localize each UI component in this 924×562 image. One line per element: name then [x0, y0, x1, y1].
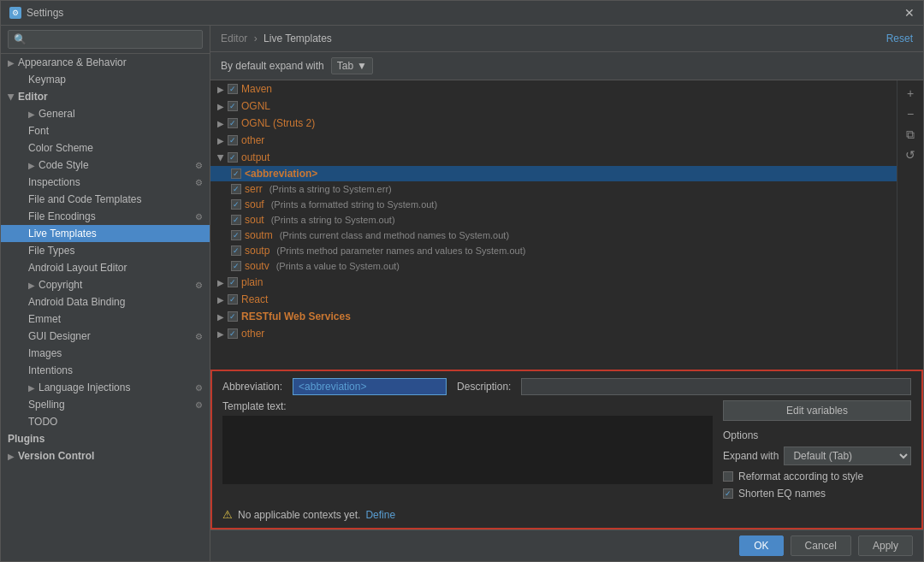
group-checkbox[interactable] [228, 101, 238, 111]
sidebar-item-code-style[interactable]: ▶ Code Style ⚙ [1, 157, 210, 174]
sidebar-item-label: Emmet [28, 313, 61, 325]
sidebar-item-label: Color Scheme [28, 142, 93, 154]
sidebar-item-appearance[interactable]: ▶ Appearance & Behavior [1, 54, 210, 71]
define-link[interactable]: Define [365, 509, 395, 521]
template-item-sout[interactable]: sout (Prints a string to System.out) [210, 212, 897, 228]
template-item-soutm[interactable]: soutm (Prints current class and method n… [210, 228, 897, 243]
settings-icon: ⚙ [195, 332, 203, 341]
sidebar-item-lang-injections[interactable]: ▶ Language Injections ⚙ [1, 379, 210, 396]
group-checkbox[interactable] [228, 277, 238, 287]
group-other[interactable]: ▶ other [210, 132, 897, 149]
item-checkbox[interactable] [231, 230, 241, 240]
expand-with-label: Expand with [723, 450, 779, 462]
group-checkbox[interactable] [228, 294, 238, 305]
sidebar-item-label: Code Style [38, 159, 89, 171]
template-item-abbreviation[interactable]: <abbreviation> [210, 166, 897, 181]
item-checkbox[interactable] [231, 246, 241, 256]
template-item-souf[interactable]: souf (Prints a formatted string to Syste… [210, 197, 897, 212]
search-input[interactable] [8, 30, 203, 49]
template-item-soutp[interactable]: soutp (Prints method parameter names and… [210, 243, 897, 258]
reset-link[interactable]: Reset [886, 33, 913, 44]
sidebar-item-file-code-templates[interactable]: File and Code Templates [1, 191, 210, 208]
expand-arrow-icon: ▶ [217, 278, 224, 287]
sidebar-item-version-control[interactable]: ▶ Version Control [1, 447, 210, 464]
sidebar-item-gui-designer[interactable]: GUI Designer ⚙ [1, 328, 210, 345]
group-maven[interactable]: ▶ Maven [210, 80, 897, 98]
sidebar-item-font[interactable]: Font [1, 122, 210, 139]
sidebar-item-emmet[interactable]: Emmet [1, 311, 210, 328]
expand-arrow-icon: ▶ [217, 295, 224, 305]
expand-with-dropdown[interactable]: Default (Tab) [784, 447, 911, 465]
abbrev-input[interactable] [293, 378, 447, 395]
shorten-eq-row: Shorten EQ names [723, 488, 911, 500]
sidebar-item-label: Intentions [28, 364, 73, 376]
sidebar-item-android-layout[interactable]: Android Layout Editor [1, 259, 210, 276]
sidebar-item-label: Version Control [18, 450, 94, 462]
settings-icon: ⚙ [195, 212, 203, 222]
main-toolbar: By default expand with Tab ▼ [210, 52, 923, 80]
bottom-footer: ⚠ No applicable contexts yet. Define [222, 505, 911, 521]
sidebar-item-spelling[interactable]: Spelling ⚙ [1, 396, 210, 413]
group-plain[interactable]: ▶ plain [210, 274, 897, 291]
group-checkbox[interactable] [228, 118, 238, 128]
sidebar-item-copyright[interactable]: ▶ Copyright ⚙ [1, 276, 210, 293]
group-checkbox[interactable] [228, 152, 238, 163]
sidebar-item-android-databinding[interactable]: Android Data Binding [1, 293, 210, 311]
item-checkbox[interactable] [231, 184, 241, 194]
sidebar-item-keymap[interactable]: Keymap [1, 71, 210, 88]
group-other2[interactable]: ▶ other [210, 325, 897, 342]
sidebar-item-plugins[interactable]: Plugins [1, 430, 210, 447]
desc-label: Description: [457, 381, 511, 393]
template-item-soutv[interactable]: soutv (Prints a value to System.out) [210, 258, 897, 274]
group-checkbox[interactable] [228, 135, 238, 145]
sidebar-item-inspections[interactable]: Inspections ⚙ [1, 174, 210, 191]
close-button[interactable]: ✕ [904, 6, 915, 20]
group-output[interactable]: ▶ output [210, 149, 897, 166]
breadcrumb: Editor › Live Templates [221, 33, 332, 44]
sidebar-item-images[interactable]: Images [1, 345, 210, 362]
title-bar: ⚙ Settings ✕ [1, 1, 923, 26]
item-name: <abbreviation> [245, 168, 317, 180]
sidebar-item-file-types[interactable]: File Types [1, 242, 210, 259]
group-checkbox[interactable] [228, 311, 238, 322]
settings-window: ⚙ Settings ✕ ▶ Appearance & Behavior Key… [0, 0, 924, 562]
item-checkbox[interactable] [231, 215, 241, 225]
item-checkbox[interactable] [231, 169, 241, 179]
expand-arrow-icon: ▶ [217, 312, 224, 322]
expand-with-select[interactable]: Tab ▼ [331, 57, 373, 74]
breadcrumb-part1: Editor [221, 33, 247, 44]
sidebar-item-todo[interactable]: TODO [1, 413, 210, 430]
group-ognl[interactable]: ▶ OGNL [210, 98, 897, 115]
sidebar-item-intentions[interactable]: Intentions [1, 362, 210, 379]
copy-button[interactable]: ⧉ [901, 125, 920, 144]
sidebar-item-editor[interactable]: ▶ Editor [1, 88, 210, 105]
item-desc: (Prints a string to System.err) [270, 184, 392, 194]
sidebar-search-container [1, 26, 210, 54]
remove-button[interactable]: − [901, 104, 920, 123]
group-checkbox[interactable] [228, 328, 238, 339]
item-desc: (Prints a formatted string to System.out… [271, 199, 437, 210]
item-checkbox[interactable] [231, 261, 241, 271]
sidebar-item-file-encodings[interactable]: File Encodings ⚙ [1, 208, 210, 225]
item-checkbox[interactable] [231, 199, 241, 210]
template-item-serr[interactable]: serr (Prints a string to System.err) [210, 181, 897, 197]
template-textarea[interactable] [222, 416, 713, 484]
apply-button[interactable]: Apply [858, 535, 913, 556]
edit-variables-button[interactable]: Edit variables [723, 400, 911, 421]
group-react[interactable]: ▶ React [210, 291, 897, 308]
cancel-button[interactable]: Cancel [791, 535, 851, 556]
sidebar-item-live-templates[interactable]: Live Templates [1, 225, 210, 242]
sidebar-item-general[interactable]: ▶ General [1, 105, 210, 122]
desc-input[interactable] [521, 378, 911, 395]
group-ognl-struts[interactable]: ▶ OGNL (Struts 2) [210, 115, 897, 132]
item-name: soutm [245, 229, 273, 241]
sidebar-item-color-scheme[interactable]: Color Scheme [1, 139, 210, 157]
shorten-eq-checkbox[interactable] [723, 488, 733, 499]
expand-arrow-icon: ▶ [217, 102, 224, 111]
reformat-checkbox[interactable] [723, 471, 733, 482]
group-checkbox[interactable] [228, 84, 238, 94]
ok-button[interactable]: OK [739, 535, 783, 556]
group-restful[interactable]: ▶ RESTful Web Services [210, 308, 897, 325]
reset-button[interactable]: ↺ [901, 145, 920, 164]
add-button[interactable]: + [901, 84, 920, 103]
